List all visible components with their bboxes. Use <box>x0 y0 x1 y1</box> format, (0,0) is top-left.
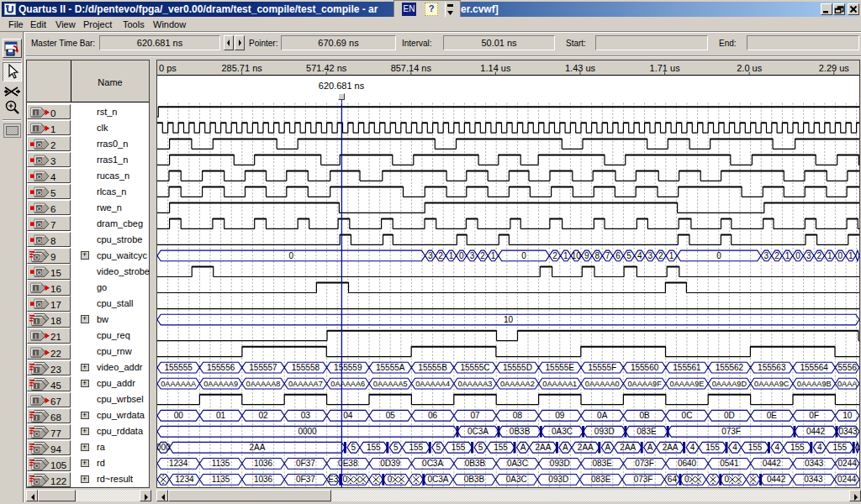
svg-text:0AAAAA5: 0AAAAA5 <box>373 380 408 388</box>
svg-text:16: 16 <box>50 284 61 294</box>
svg-text:0AAAAA8: 0AAAAA8 <box>246 380 281 388</box>
svg-text:I: I <box>34 349 36 356</box>
svg-text:2: 2 <box>438 251 443 260</box>
svg-text:0A3C: 0A3C <box>507 459 528 468</box>
svg-text:8: 8 <box>594 251 600 260</box>
svg-text:155: 155 <box>409 443 423 452</box>
svg-text:0: 0 <box>50 108 55 118</box>
svg-text:155: 155 <box>494 443 508 452</box>
svg-text:01: 01 <box>216 411 226 420</box>
svg-text:94: 94 <box>50 444 61 454</box>
svg-text:0E38: 0E38 <box>338 459 358 468</box>
svg-text:155563: 155563 <box>758 363 786 372</box>
svg-text:0: 0 <box>459 251 464 260</box>
svg-text:1036: 1036 <box>254 459 273 468</box>
svg-text:5: 5 <box>351 443 357 452</box>
svg-text:A: A <box>563 443 568 452</box>
svg-text:155559: 155559 <box>334 363 362 372</box>
svg-text:15555D: 15555D <box>503 363 532 372</box>
svg-text:0AAAA9D: 0AAAA9D <box>712 380 747 388</box>
svg-text:155: 155 <box>367 443 381 452</box>
svg-text:083E: 083E <box>593 459 613 468</box>
svg-text:155: 155 <box>748 443 763 452</box>
svg-text:2AA: 2AA <box>663 443 679 452</box>
svg-text:1: 1 <box>827 251 832 260</box>
svg-text:10: 10 <box>504 315 514 324</box>
svg-text:I: I <box>34 396 36 404</box>
svg-text:155560: 155560 <box>631 363 659 372</box>
svg-text:0: 0 <box>343 475 348 484</box>
svg-text:4: 4 <box>637 251 642 260</box>
svg-text:0343: 0343 <box>838 427 858 436</box>
svg-text:15555B: 15555B <box>418 363 447 372</box>
svg-text:0C3A: 0C3A <box>467 427 489 436</box>
svg-text:2AA: 2AA <box>536 443 552 452</box>
svg-text:A: A <box>520 443 526 452</box>
svg-text:64: 64 <box>668 475 678 484</box>
svg-text:07: 07 <box>470 411 480 420</box>
svg-text:0F: 0F <box>809 411 819 420</box>
svg-text:073F: 073F <box>635 459 654 468</box>
svg-text:6: 6 <box>615 251 621 260</box>
svg-text:O: O <box>36 221 41 228</box>
svg-text:3: 3 <box>50 156 55 166</box>
svg-text:122: 122 <box>50 476 66 486</box>
svg-text:21: 21 <box>50 332 61 342</box>
svg-text:05: 05 <box>386 411 396 420</box>
svg-text:04: 04 <box>343 411 353 420</box>
svg-text:4: 4 <box>775 443 780 452</box>
svg-text:O: O <box>36 205 41 213</box>
svg-text:O: O <box>34 430 39 438</box>
svg-text:0: 0 <box>289 251 294 260</box>
svg-text:5: 5 <box>394 443 399 452</box>
svg-text:1135: 1135 <box>212 459 230 468</box>
svg-text:O: O <box>36 269 41 276</box>
svg-text:1: 1 <box>449 251 454 260</box>
svg-text:9: 9 <box>50 252 55 262</box>
svg-text:073F: 073F <box>634 475 653 484</box>
svg-text:2: 2 <box>552 251 557 260</box>
svg-text:083E: 083E <box>591 475 611 484</box>
svg-text:1: 1 <box>855 443 859 452</box>
svg-text:03: 03 <box>301 411 311 420</box>
svg-text:2: 2 <box>480 251 485 260</box>
svg-text:0: 0 <box>725 475 730 484</box>
svg-text:9: 9 <box>584 251 589 260</box>
svg-text:155555: 155555 <box>165 363 193 372</box>
svg-text:0C: 0C <box>682 411 693 420</box>
svg-text:I: I <box>35 366 37 374</box>
svg-text:2AA: 2AA <box>620 443 636 452</box>
svg-text:15555E: 15555E <box>546 363 575 372</box>
svg-text:0AAA: 0AAA <box>837 380 858 388</box>
svg-text:1: 1 <box>563 251 568 260</box>
svg-text:2AA: 2AA <box>249 443 265 452</box>
svg-text:0A3C: 0A3C <box>506 475 527 484</box>
svg-text:15555A: 15555A <box>376 363 405 372</box>
svg-text:155558: 155558 <box>292 363 320 372</box>
svg-text:0AAAAA2: 0AAAAA2 <box>500 380 535 388</box>
svg-text:0AAAAA6: 0AAAAA6 <box>330 380 365 388</box>
svg-text:7: 7 <box>50 220 55 230</box>
svg-text:18: 18 <box>50 316 61 326</box>
svg-text:68: 68 <box>50 412 61 423</box>
svg-text:5556: 5556 <box>838 363 858 372</box>
svg-text:0442: 0442 <box>763 459 782 468</box>
svg-text:O: O <box>36 237 41 244</box>
svg-text:4: 4 <box>732 443 737 452</box>
svg-text:10: 10 <box>843 411 853 420</box>
svg-text:0B3B: 0B3B <box>464 475 485 484</box>
svg-text:0AAAAA9: 0AAAAA9 <box>203 380 238 388</box>
svg-text:0244: 0244 <box>837 475 857 484</box>
svg-text:O: O <box>36 141 41 149</box>
svg-text:5: 5 <box>436 443 441 452</box>
svg-text:155556: 155556 <box>207 363 235 372</box>
svg-text:O: O <box>34 462 39 470</box>
svg-text:0: 0 <box>521 251 526 260</box>
svg-text:06: 06 <box>428 411 438 420</box>
svg-text:0AAAA9B: 0AAAA9B <box>797 380 832 388</box>
svg-text:0640: 0640 <box>678 459 697 468</box>
svg-text:I: I <box>35 414 37 422</box>
svg-text:0E: 0E <box>767 411 778 420</box>
svg-text:1: 1 <box>848 251 853 260</box>
svg-text:0: 0 <box>684 475 689 484</box>
